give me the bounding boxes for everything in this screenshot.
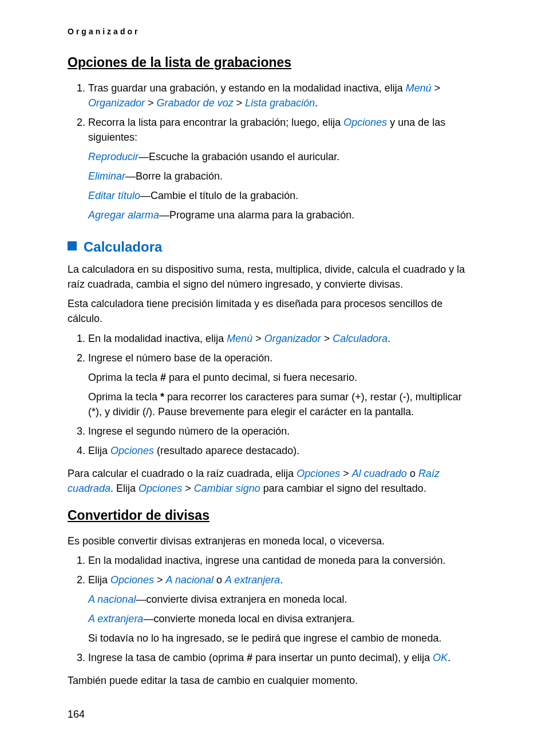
text: > — [154, 574, 166, 586]
list-item: Elija Opciones > A nacional o A extranje… — [88, 572, 477, 646]
menu-path: Opciones — [343, 117, 387, 128]
option-item: Eliminar—Borre la grabación. — [88, 169, 477, 184]
option-key: Agregar alarma — [88, 209, 159, 221]
text: Tras guardar una grabación, y estando en… — [88, 82, 406, 94]
menu-path: Menú — [406, 82, 432, 94]
text: En la modalidad inactiva, elija — [88, 333, 227, 344]
text: para el punto decimal, si fuera necesari… — [166, 372, 357, 383]
menu-path: Organizador — [264, 333, 321, 344]
option-item: Reproducir—Escuche la grabación usando e… — [88, 149, 477, 164]
option-desc: —Programe una alarma para la grabación. — [159, 209, 354, 221]
key-char: * — [160, 391, 164, 403]
menu-path: A nacional — [166, 574, 213, 586]
menu-path: Cambiar signo — [194, 483, 260, 494]
paragraph: La calculadora en su dispositivo suma, r… — [68, 262, 477, 292]
option-key: Eliminar — [88, 170, 125, 182]
menu-path: Calculadora — [333, 333, 387, 344]
list-item: En la modalidad inactiva, ingrese una ca… — [88, 553, 477, 568]
text: Oprima la tecla — [88, 391, 160, 403]
menu-path: Al cuadrado — [352, 468, 407, 479]
option-key: A extranjera — [88, 613, 143, 624]
list-item: Tras guardar una grabación, y estando en… — [88, 81, 477, 110]
text: Oprima la tecla — [88, 372, 160, 383]
menu-path: Organizador — [88, 97, 145, 109]
list-item: Ingrese la tasa de cambio (oprima # para… — [88, 650, 477, 665]
list-item: Ingrese el segundo número de la operació… — [88, 424, 477, 439]
text: . — [387, 333, 390, 344]
menu-path: Opciones — [110, 574, 154, 586]
menu-path: Lista grabación — [245, 97, 315, 109]
section-heading-convertidor: Convertidor de divisas — [68, 506, 477, 525]
paragraph: Para calcular el cuadrado o la raíz cuad… — [68, 466, 477, 496]
option-item: A nacional—convierte divisa extranjera e… — [88, 592, 477, 607]
list-item: Ingrese el número base de la operación. … — [88, 351, 477, 419]
key-char: # — [160, 372, 166, 383]
option-desc: —Borre la grabación. — [125, 170, 223, 182]
text: para cambiar el signo del resultado. — [260, 483, 426, 494]
list-item: Recorra la lista para encontrar la graba… — [88, 115, 477, 223]
options-block: Reproducir—Escuche la grabación usando e… — [88, 149, 477, 222]
paragraph: Oprima la tecla * para recorrer los cara… — [88, 389, 477, 419]
paragraph: También puede editar la tasa de cambio e… — [68, 673, 477, 688]
text: . — [280, 574, 283, 586]
text: . — [448, 652, 450, 663]
text: Ingrese la tasa de cambio (oprima — [88, 652, 247, 663]
grabaciones-list: Tras guardar una grabación, y estando en… — [68, 81, 477, 223]
text: Elija — [88, 574, 110, 586]
option-item: Editar título—Cambie el título de la gra… — [88, 188, 477, 203]
text: > — [321, 333, 333, 344]
square-bullet-icon — [68, 241, 77, 250]
text: o — [407, 468, 418, 479]
text: Para calcular el cuadrado o la raíz cuad… — [68, 468, 296, 479]
heading-text: Calculadora — [84, 239, 162, 254]
page-header: Organizador — [68, 26, 477, 37]
paragraph: Esta calculadora tiene precisión limitad… — [68, 296, 477, 326]
option-desc: —convierte divisa extranjera en moneda l… — [136, 594, 347, 605]
option-desc: —Cambie el título de la grabación. — [140, 190, 298, 201]
paragraph: Si todavía no lo ha ingresado, se le ped… — [88, 631, 477, 646]
option-item: Agregar alarma—Programe una alarma para … — [88, 208, 477, 222]
paragraph: Oprima la tecla # para el punto decimal,… — [88, 370, 477, 385]
text: . Elija — [110, 483, 139, 494]
sub-block: A nacional—convierte divisa extranjera e… — [88, 592, 477, 646]
calculadora-list: En la modalidad inactiva, elija Menú > O… — [68, 331, 477, 459]
option-key: Reproducir — [88, 151, 139, 162]
text: (resultado aparece destacado). — [154, 445, 299, 456]
menu-path: A extranjera — [225, 574, 280, 586]
sub-block: Oprima la tecla # para el punto decimal,… — [88, 370, 477, 419]
option-key: Editar título — [88, 190, 140, 201]
convertidor-list: En la modalidad inactiva, ingrese una ca… — [68, 553, 477, 666]
paragraph: Es posible convertir divisas extranjeras… — [68, 534, 477, 548]
option-desc: —convierte moneda local en divisa extran… — [143, 613, 354, 624]
text: Elija — [88, 445, 110, 456]
text: . — [315, 97, 318, 109]
page-number: 164 — [68, 707, 477, 722]
text: Recorra la lista para encontrar la graba… — [88, 117, 343, 128]
text: para insertar un punto decimal), y elija — [252, 652, 433, 663]
text: Ingrese el número base de la operación. — [88, 352, 272, 364]
key-char: # — [247, 652, 252, 663]
menu-path: OK — [433, 652, 448, 663]
text: > — [340, 468, 352, 479]
option-desc: —Escuche la grabación usando el auricula… — [139, 151, 339, 162]
option-item: A extranjera—convierte moneda local en d… — [88, 611, 477, 626]
text: > — [234, 97, 246, 109]
text: > — [432, 82, 441, 94]
menu-path: Opciones — [139, 483, 182, 494]
text: > — [145, 97, 157, 109]
list-item: Elija Opciones (resultado aparece destac… — [88, 443, 477, 458]
menu-path: Opciones — [110, 445, 154, 456]
section-heading-calculadora: Calculadora — [68, 237, 477, 257]
menu-path: Menú — [227, 333, 252, 344]
text: o — [213, 574, 225, 586]
text: > — [182, 483, 194, 494]
text: > — [252, 333, 264, 344]
list-item: En la modalidad inactiva, elija Menú > O… — [88, 331, 477, 346]
menu-path: Grabador de voz — [157, 97, 234, 109]
option-key: A nacional — [88, 594, 136, 605]
section-heading-grabaciones: Opciones de la lista de grabaciones — [68, 53, 477, 72]
menu-path: Opciones — [296, 468, 340, 479]
